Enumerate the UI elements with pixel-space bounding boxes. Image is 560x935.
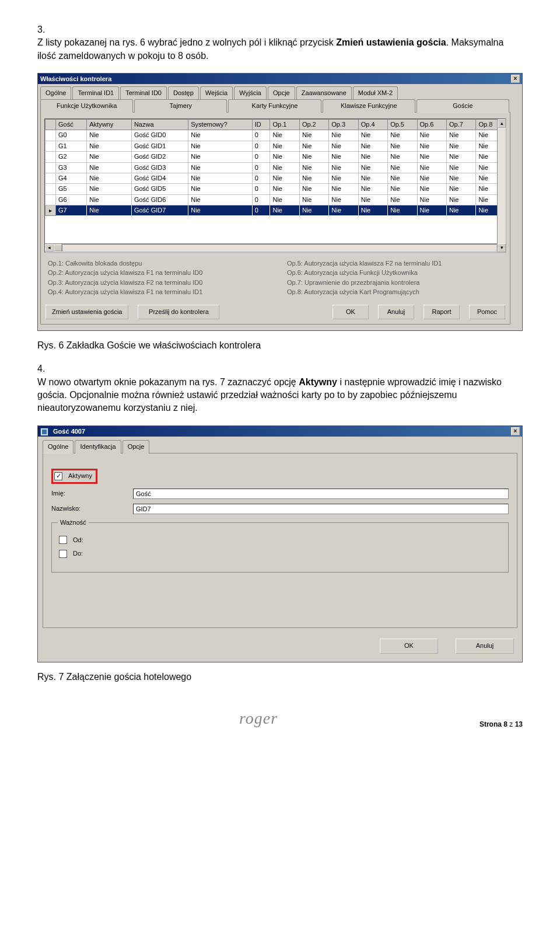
tab-moduł-xm-2[interactable]: Moduł XM-2 xyxy=(353,86,398,99)
tab-funkcje-użytkownika[interactable]: Funkcje Użytkownika xyxy=(40,99,133,113)
table-row[interactable]: G4NieGość GID4Nie0NieNieNieNieNieNieNieN… xyxy=(46,173,506,183)
legend: Op.1: Całkowita blokada dostępuOp.2: Aut… xyxy=(44,253,506,301)
tab-ogólne[interactable]: Ogólne xyxy=(40,86,71,99)
instruction-3: 3. Z listy pokazanej na rys. 6 wybrać je… xyxy=(37,23,523,62)
tab-opcje[interactable]: Opcje xyxy=(268,86,295,99)
tab-content-general: ✓ Aktywny Imię: Nazwisko: Ważność Od: xyxy=(43,453,517,628)
firstname-input[interactable] xyxy=(133,489,509,499)
table-row[interactable]: G6NieGość GID6Nie0NieNieNieNieNieNieNieN… xyxy=(46,194,506,205)
legend-item: Op.7: Uprawnienie do przezbrajania kontr… xyxy=(287,278,503,287)
firstname-label: Imię: xyxy=(51,489,133,498)
column-header[interactable] xyxy=(46,119,56,130)
guests-table[interactable]: GośćAktywnyNazwaSystemowy?IDOp.1Op.2Op.3… xyxy=(45,119,506,217)
scroll-up-icon[interactable]: ▴ xyxy=(498,119,506,128)
window-title: Właściwości kontrolera xyxy=(40,74,111,84)
titlebar[interactable]: Gość 4007 × xyxy=(38,426,522,437)
tab-terminal-id0[interactable]: Terminal ID0 xyxy=(120,86,167,99)
app-icon xyxy=(40,428,48,436)
legend-item: Op.8: Autoryzacja użycia Kart Programują… xyxy=(287,288,503,296)
tab-klawisze-funkcyjne[interactable]: Klawisze Funkcyjne xyxy=(323,99,415,113)
validity-group: Ważność Od: Do: xyxy=(51,522,509,573)
active-highlight: ✓ Aktywny xyxy=(51,469,97,483)
from-checkbox[interactable] xyxy=(59,536,67,544)
close-icon[interactable]: × xyxy=(511,75,520,83)
cancel-button[interactable]: Anuluj xyxy=(456,639,514,653)
close-icon[interactable]: × xyxy=(511,427,520,435)
scroll-down-icon[interactable]: ▾ xyxy=(498,243,506,252)
bold-term: Zmień ustawienia gościa xyxy=(336,37,446,47)
button-row: OK Anuluj xyxy=(43,628,517,655)
tab-terminal-id1[interactable]: Terminal ID1 xyxy=(72,86,119,99)
tab-dostęp[interactable]: Dostęp xyxy=(168,86,199,99)
scroll-left-icon[interactable]: ◂ xyxy=(45,244,54,252)
column-header[interactable]: Systemowy? xyxy=(188,119,253,130)
legend-item: Op.4: Autoryzacja użycia klawisza F1 na … xyxy=(48,288,264,296)
column-header[interactable]: Op.2 xyxy=(299,119,328,130)
vertical-scrollbar[interactable]: ▴ ▾ xyxy=(497,119,506,252)
tab-identyfikacja[interactable]: Identyfikacja xyxy=(75,440,121,453)
window-title: Gość 4007 xyxy=(40,426,85,437)
legend-item: Op.2: Autoryzacja użycia klawisza F1 na … xyxy=(48,268,264,277)
active-label: Aktywny xyxy=(68,472,92,480)
column-header[interactable]: Op.4 xyxy=(358,119,387,130)
help-button[interactable]: Pomoc xyxy=(469,305,505,319)
page-footer: roger Strona 8 z 13 xyxy=(37,707,523,730)
column-header[interactable]: ID xyxy=(252,119,270,130)
tab-ogólne[interactable]: Ogólne xyxy=(43,440,74,453)
table-row[interactable]: G3NieGość GID3Nie0NieNieNieNieNieNieNieN… xyxy=(46,162,506,173)
change-guest-settings-button[interactable]: Zmień ustawienia gościa xyxy=(46,305,128,319)
to-row: Do: xyxy=(59,549,501,558)
firstname-row: Imię: xyxy=(51,489,509,499)
tab-wejścia[interactable]: Wejścia xyxy=(200,86,233,99)
legend-item: Op.5: Autoryzacja użycia klawisza F2 na … xyxy=(287,259,503,268)
controller-properties-window: Właściwości kontrolera × OgólneTerminal … xyxy=(37,73,523,331)
tab-goście[interactable]: Goście xyxy=(416,99,509,113)
tab-karty-funkcyjne[interactable]: Karty Funkcyjne xyxy=(228,99,321,113)
ok-button[interactable]: OK xyxy=(332,305,369,319)
column-header[interactable]: Op.1 xyxy=(270,119,299,130)
active-row: ✓ Aktywny xyxy=(51,469,509,483)
guest-tabs: OgólneIdentyfikacjaOpcje xyxy=(43,440,517,453)
scroll-track-v[interactable] xyxy=(498,128,506,243)
ok-button[interactable]: OK xyxy=(380,639,438,653)
column-header[interactable]: Op.5 xyxy=(388,119,417,130)
table-row[interactable]: ▸G7NieGość GID7Nie0NieNieNieNieNieNieNie… xyxy=(46,205,506,216)
column-header[interactable]: Op.3 xyxy=(329,119,358,130)
figure-6-caption: Rys. 6 Zakładka Goście we właściwościach… xyxy=(37,339,523,352)
scroll-thumb[interactable] xyxy=(54,245,62,251)
table-row[interactable]: G2NieGość GID2Nie0NieNieNieNieNieNieNieN… xyxy=(46,152,506,162)
titlebar[interactable]: Właściwości kontrolera × xyxy=(38,74,522,84)
scroll-track[interactable] xyxy=(62,244,497,252)
cancel-button[interactable]: Anuluj xyxy=(378,305,414,319)
tab-opcje[interactable]: Opcje xyxy=(123,440,150,453)
horizontal-scrollbar[interactable]: ◂ ▸ xyxy=(45,243,506,252)
tab-zaawansowane[interactable]: Zaawansowane xyxy=(296,86,352,99)
column-header[interactable]: Aktywny xyxy=(87,119,132,130)
to-checkbox[interactable] xyxy=(59,550,67,558)
table-row[interactable]: G0NieGość GID0Nie0NieNieNieNieNieNieNieN… xyxy=(46,130,506,141)
table-row[interactable]: G5NieGość GID5Nie0NieNieNieNieNieNieNieN… xyxy=(46,184,506,194)
column-header[interactable]: Nazwa xyxy=(131,119,188,130)
tab-wyjścia[interactable]: Wyjścia xyxy=(234,86,267,99)
instruction-4: 4. W nowo otwartym oknie pokazanym na ry… xyxy=(37,362,523,415)
send-to-controller-button[interactable]: Prześlij do kontrolera xyxy=(138,305,219,319)
guests-grid[interactable]: GośćAktywnyNazwaSystemowy?IDOp.1Op.2Op.3… xyxy=(44,118,506,253)
from-row: Od: xyxy=(59,536,501,545)
legend-left: Op.1: Całkowita blokada dostępuOp.2: Aut… xyxy=(48,259,264,298)
column-header[interactable]: Op.6 xyxy=(417,119,446,130)
tab-tajmery[interactable]: Tajmery xyxy=(134,99,227,113)
from-label: Od: xyxy=(73,536,83,545)
legend-right: Op.5: Autoryzacja użycia klawisza F2 na … xyxy=(287,259,503,298)
page-number: Strona 8 z 13 xyxy=(480,720,523,730)
active-checkbox[interactable]: ✓ xyxy=(54,472,62,480)
lastname-row: Nazwisko: xyxy=(51,504,509,514)
table-row[interactable]: G1NieGość GID1Nie0NieNieNieNieNieNieNieN… xyxy=(46,141,506,151)
column-header[interactable]: Op.7 xyxy=(446,119,475,130)
tabs-front-row: Funkcje UżytkownikaTajmeryKarty Funkcyjn… xyxy=(40,99,510,113)
lastname-input[interactable] xyxy=(133,504,509,514)
column-header[interactable]: Gość xyxy=(56,119,87,130)
report-button[interactable]: Raport xyxy=(424,305,460,319)
legend-item: Op.3: Autoryzacja użycia klawisza F2 na … xyxy=(48,278,264,287)
brand-logo: roger xyxy=(239,707,278,730)
instruction-number: 3. xyxy=(37,23,54,36)
